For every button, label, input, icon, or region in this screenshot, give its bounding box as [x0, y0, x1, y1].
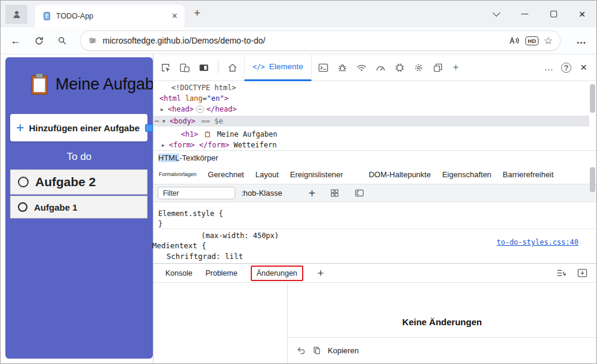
window-controls: × — [482, 1, 596, 27]
task-checkbox-icon[interactable] — [18, 202, 27, 212]
add-drawer-tab-icon[interactable]: + — [318, 268, 324, 279]
drawer-tabs: Konsole Probleme Änderungen + — [153, 264, 596, 283]
expand-panel-icon[interactable] — [577, 268, 588, 278]
expand-arrow-icon[interactable]: ▶ — [161, 104, 168, 115]
tab-issues[interactable]: Probleme — [205, 269, 238, 277]
tab-accessibility[interactable]: Barrierefreiheit — [503, 170, 553, 179]
styles-scrollbar-thumb[interactable] — [590, 167, 595, 192]
dom-node-h1[interactable]: <h1> Meine Aufgaben — [153, 129, 588, 140]
font-size-rule[interactable]: Schriftgrad: lilt — [167, 252, 243, 261]
tab-styles[interactable]: Formatvorlagen — [159, 171, 196, 177]
back-button[interactable]: ← — [10, 35, 21, 47]
close-window-button[interactable]: × — [568, 1, 596, 27]
changes-toolbar: Kopieren — [288, 337, 596, 363]
hd-badge-icon[interactable]: HD — [525, 36, 538, 45]
code-icon: </> — [253, 63, 265, 71]
selection-highlight-marker — [145, 124, 153, 132]
tab-title: TODO-App — [56, 12, 167, 20]
copy-button-label[interactable]: Kopieren — [328, 346, 359, 355]
dock-side-icon[interactable] — [196, 60, 211, 75]
tab-changes[interactable]: Änderungen — [257, 269, 297, 277]
tab-search-button[interactable] — [482, 1, 510, 27]
tab-console[interactable]: Konsole — [165, 269, 192, 277]
element-states-icon[interactable] — [330, 188, 340, 198]
browser-menu-icon[interactable]: … — [576, 35, 587, 47]
more-tabs-button[interactable]: + — [450, 62, 462, 73]
address-bar[interactable]: microsoftedge.github.io/Demos/demo-to-do… — [80, 30, 561, 51]
clipboard-icon — [28, 72, 51, 96]
dom-node-head[interactable]: ▶<head>⋯</head> — [153, 104, 588, 115]
console-var-hint: == $e — [201, 117, 223, 125]
devtools-menu-icon[interactable]: … — [540, 62, 557, 73]
home-icon[interactable] — [225, 60, 240, 75]
tab-computed[interactable]: Gerechnet — [208, 170, 244, 179]
new-tab-button[interactable]: + — [194, 7, 201, 20]
url-text[interactable]: microsoftedge.github.io/Demos/demo-to-do… — [103, 36, 503, 45]
breadcrumb-item-body[interactable]: -Textkörper — [179, 153, 218, 162]
search-icon[interactable] — [57, 36, 67, 45]
titlebar: TODO-App × + × — [1, 1, 596, 27]
debugger-bug-icon[interactable] — [335, 60, 350, 75]
breadcrumb[interactable]: HTML-Textkörper — [153, 150, 596, 165]
element-style-rule[interactable]: Element.style { — [158, 209, 223, 218]
stylesheet-link[interactable]: to-do-styles.css:40 — [497, 238, 578, 246]
hov-class-label[interactable]: :hob-Klasse — [241, 189, 282, 198]
browser-window: TODO-App × + × ← microsoftedge.github.io… — [0, 0, 597, 364]
plus-icon: + — [16, 121, 24, 135]
settings-gear-icon[interactable] — [411, 60, 426, 75]
changes-tree-icon[interactable] — [556, 268, 567, 278]
styles-filter-input[interactable] — [158, 187, 235, 199]
browser-tab[interactable]: TODO-App × — [35, 5, 184, 27]
breadcrumb-item-html[interactable]: HTML — [158, 153, 179, 162]
performance-icon[interactable] — [373, 60, 388, 75]
tab-elements[interactable]: </> Elemente — [244, 54, 312, 81]
cpu-icon[interactable] — [392, 60, 407, 75]
profile-button[interactable] — [5, 5, 27, 24]
maximize-icon — [550, 11, 557, 17]
dom-node-doctype[interactable]: <!DOCTYPE html> — [153, 82, 588, 93]
console-icon[interactable] — [316, 60, 331, 75]
help-icon[interactable]: ? — [561, 63, 571, 73]
changes-file-list[interactable] — [153, 283, 288, 363]
revert-icon[interactable] — [296, 346, 306, 356]
dom-node-form[interactable]: ▶<form> </form>Wetteifern — [153, 140, 588, 150]
dom-node-html[interactable]: <html lang="en"> — [153, 93, 588, 104]
layers-icon[interactable] — [430, 60, 445, 75]
tab-properties[interactable]: Eigenschaften — [442, 170, 491, 179]
devtools-close-icon[interactable]: × — [576, 61, 592, 74]
styles-tabs: Formatvorlagen Gerechnet Layout Ereignis… — [153, 165, 596, 184]
inspect-element-icon[interactable] — [158, 60, 173, 75]
tab-layout[interactable]: Layout — [256, 170, 279, 179]
expand-arrow-icon[interactable]: ▶ — [162, 140, 169, 150]
task-checkbox-icon[interactable] — [18, 177, 29, 187]
collapsed-content-icon[interactable]: ⋯ — [196, 106, 204, 113]
todo-item[interactable]: Aufgabe 2 — [10, 169, 147, 195]
person-icon — [11, 9, 22, 20]
collapse-arrow-icon[interactable]: ▼ — [162, 116, 170, 127]
copy-icon[interactable] — [312, 346, 322, 356]
favorites-star-icon[interactable]: ☆ — [544, 35, 553, 47]
dom-scrollbar-thumb[interactable] — [590, 84, 595, 113]
add-task-button[interactable]: + Hinzufügen einer Aufgabe — [10, 114, 147, 141]
dom-node-body-selected[interactable]: ⋯▼<body>== $e — [153, 116, 589, 127]
tab-dom-breakpoints[interactable]: DOM-Haltepunkte — [369, 170, 431, 179]
network-icon[interactable] — [354, 60, 369, 75]
new-style-rule-icon[interactable]: + — [309, 187, 316, 199]
computed-panel-icon[interactable] — [354, 188, 365, 198]
tab-close-icon[interactable]: × — [172, 11, 177, 21]
changes-tab-highlight: Änderungen — [251, 266, 303, 281]
minimize-icon — [521, 14, 528, 15]
tab-event-listeners[interactable]: Ereignislistener — [290, 170, 343, 179]
todo-section-label: To do — [5, 151, 153, 163]
site-info-icon[interactable] — [88, 36, 97, 45]
node-menu-icon[interactable]: ⋯ — [155, 116, 162, 127]
refresh-button[interactable] — [34, 36, 44, 46]
todo-item[interactable]: Aufgabe 1 — [10, 196, 147, 218]
minimize-button[interactable] — [510, 1, 539, 27]
styles-filter-row: :hob-Klasse + — [153, 184, 596, 202]
read-aloud-icon[interactable] — [509, 36, 520, 45]
nav-toolbar: ← microsoftedge.github.io/Demos/demo-to-… — [1, 27, 596, 54]
device-emulation-icon[interactable] — [177, 60, 192, 75]
maximize-button[interactable] — [539, 1, 568, 27]
media-query-text[interactable]: (max-width: 450px) — [201, 232, 279, 240]
